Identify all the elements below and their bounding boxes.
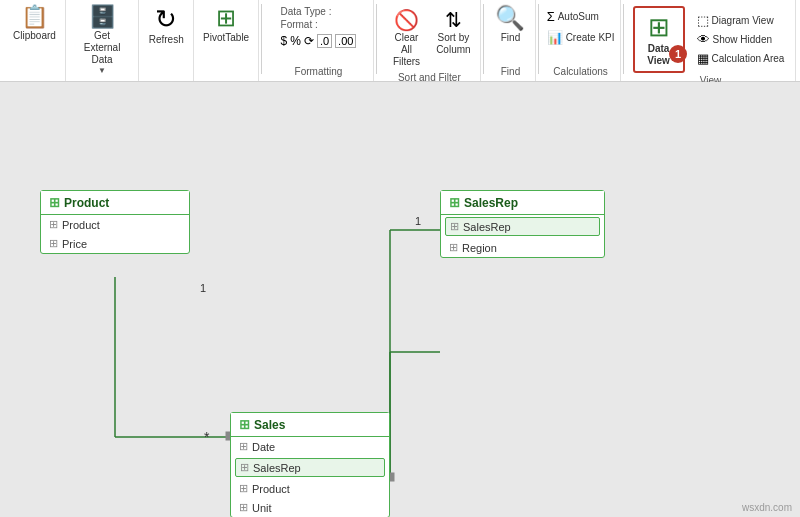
- diagram-canvas: 1 * 1 ⊞ Product ⊞ Product: [0, 82, 800, 517]
- calc-area-icon: ▦: [697, 51, 709, 66]
- comma-btn[interactable]: ⟳: [304, 34, 314, 48]
- product-table-header: ⊞ Product: [41, 191, 189, 215]
- product-field-product[interactable]: ⊞ Product: [41, 215, 189, 234]
- sales-field-product[interactable]: ⊞ Product: [231, 479, 389, 498]
- badge-1: 1: [669, 45, 687, 63]
- dollar-btn[interactable]: $: [281, 34, 288, 48]
- ribbon-group-sortfilter: 🚫 Clear AllFilters ⇅ Sort byColumn Sort …: [379, 0, 481, 81]
- diagram-view-button[interactable]: ⬚ Diagram View: [693, 12, 789, 29]
- sort-icon: ⇅: [445, 10, 462, 30]
- date-field-icon: ⊞: [239, 440, 248, 453]
- format-row-label: Format :: [281, 19, 357, 30]
- refresh-icon: ↻: [155, 6, 177, 32]
- decrease-decimal-btn[interactable]: .0: [317, 34, 332, 48]
- product-table: ⊞ Product ⊞ Product ⊞ Price: [40, 190, 190, 254]
- external-data-icon: 🗄️: [89, 6, 116, 28]
- create-kpi-button[interactable]: 📊 Create KPI: [544, 29, 618, 46]
- divider-1: [261, 4, 262, 74]
- ribbon-group-refresh: ↻ Refresh: [139, 0, 194, 81]
- sort-by-column-button[interactable]: ⇅ Sort byColumn: [433, 8, 475, 58]
- ribbon-group-calculations: Σ AutoSum 📊 Create KPI Calculations: [541, 0, 621, 81]
- salesrep-in-sales-icon: ⊞: [240, 461, 249, 474]
- salesrep-field-salesrep[interactable]: ⊞ SalesRep: [445, 217, 600, 236]
- calculation-area-button[interactable]: ▦ Calculation Area: [693, 50, 789, 67]
- data-type-row: Data Type :: [281, 6, 357, 17]
- product-field-icon: ⊞: [49, 218, 58, 231]
- sales-field-date[interactable]: ⊞ Date: [231, 437, 389, 456]
- unit-field-icon: ⊞: [239, 501, 248, 514]
- relationship-lines: 1 * 1: [0, 82, 800, 517]
- product-table-title: Product: [64, 196, 109, 210]
- divider-5: [623, 4, 624, 74]
- product-in-sales-icon: ⊞: [239, 482, 248, 495]
- autosum-button[interactable]: Σ AutoSum: [544, 8, 618, 25]
- sales-table: ⊞ Sales ⊞ Date ⊞ SalesRep ⊞ Product ⊞ Un…: [230, 412, 390, 517]
- ribbon-group-view: ⊞ DataView ⬚ Diagram View 👁 Show Hidden …: [626, 0, 796, 81]
- view-right-buttons: ⬚ Diagram View 👁 Show Hidden ▦ Calculati…: [693, 6, 789, 73]
- salesrep-table: ⊞ SalesRep ⊞ SalesRep ⊞ Region: [440, 190, 605, 258]
- clipboard-button[interactable]: 📋 Clipboard: [7, 4, 62, 43]
- get-external-data-button[interactable]: 🗄️ Get ExternalData ▼: [72, 4, 132, 77]
- clipboard-icon: 📋: [21, 6, 48, 28]
- ribbon-group-find: 🔍 Find Find: [486, 0, 536, 81]
- pivottable-icon: ⊞: [216, 6, 236, 30]
- sales-table-header: ⊞ Sales: [231, 413, 389, 437]
- kpi-icon: 📊: [547, 30, 563, 45]
- sales-table-title: Sales: [254, 418, 285, 432]
- show-hidden-button[interactable]: 👁 Show Hidden: [693, 31, 789, 48]
- diagram-view-icon: ⬚: [697, 13, 709, 28]
- price-field-icon: ⊞: [49, 237, 58, 250]
- salesrep-field-region[interactable]: ⊞ Region: [441, 238, 604, 257]
- product-field-price[interactable]: ⊞ Price: [41, 234, 189, 253]
- percent-btn[interactable]: %: [290, 34, 301, 48]
- data-view-icon: ⊞: [648, 12, 670, 43]
- salesrep-row-icon: ⊞: [450, 220, 459, 233]
- pivot-table-button[interactable]: ⊞ PivotTable: [197, 4, 255, 45]
- svg-text:1: 1: [415, 215, 421, 227]
- salesrep-table-header: ⊞ SalesRep: [441, 191, 604, 215]
- svg-text:1: 1: [200, 282, 206, 294]
- find-icon: 🔍: [495, 6, 525, 30]
- increase-decimal-btn[interactable]: .00: [335, 34, 356, 48]
- clear-all-filters-button[interactable]: 🚫 Clear AllFilters: [384, 8, 428, 70]
- find-button[interactable]: 🔍 Find: [489, 4, 531, 45]
- divider-3: [483, 4, 484, 74]
- svg-text:*: *: [204, 429, 210, 445]
- divider-4: [538, 4, 539, 74]
- salesrep-table-title: SalesRep: [464, 196, 518, 210]
- ribbon-group-pivottable: ⊞ PivotTable: [194, 0, 259, 81]
- sales-table-icon: ⊞: [239, 417, 250, 432]
- sales-field-unit[interactable]: ⊞ Unit: [231, 498, 389, 517]
- sigma-icon: Σ: [547, 9, 555, 24]
- formatting-symbols: $ % ⟳ .0 .00: [281, 34, 357, 48]
- salesrep-table-icon: ⊞: [449, 195, 460, 210]
- divider-2: [376, 4, 377, 74]
- refresh-button[interactable]: ↻ Refresh: [143, 4, 190, 47]
- ribbon: 📋 Clipboard 🗄️ Get ExternalData ▼ ↻ Refr…: [0, 0, 800, 82]
- product-table-icon: ⊞: [49, 195, 60, 210]
- ribbon-group-clipboard: 📋 Clipboard: [4, 0, 66, 81]
- show-hidden-icon: 👁: [697, 32, 710, 47]
- sales-field-salesrep[interactable]: ⊞ SalesRep: [235, 458, 385, 477]
- ribbon-group-external: 🗄️ Get ExternalData ▼: [66, 0, 139, 81]
- watermark: wsxdn.com: [742, 502, 792, 513]
- ribbon-group-formatting: Data Type : Format : $ % ⟳ .0 .00 Format…: [264, 0, 374, 81]
- region-field-icon: ⊞: [449, 241, 458, 254]
- clear-filters-icon: 🚫: [394, 10, 419, 30]
